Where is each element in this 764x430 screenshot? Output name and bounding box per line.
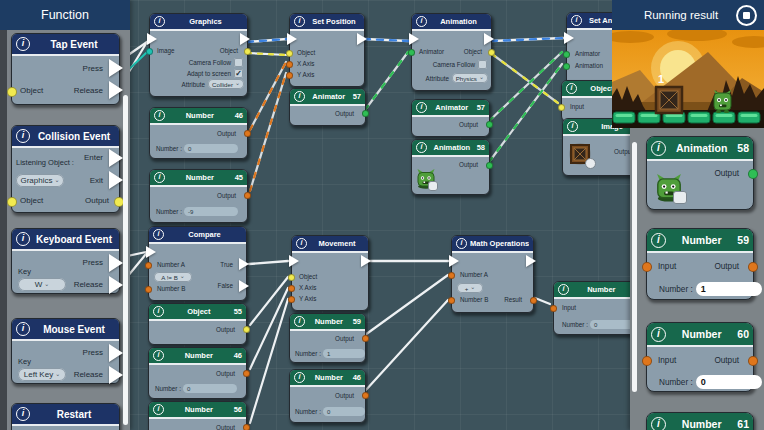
press-out-arrow[interactable] [109,344,123,362]
info-icon[interactable] [153,306,164,317]
adapt-to-screen-checkbox[interactable] [234,69,243,78]
info-icon[interactable] [294,16,305,27]
info-icon[interactable] [294,91,305,102]
info-icon[interactable] [571,15,582,26]
release-out-arrow[interactable] [109,276,123,294]
number-input[interactable]: 0 [183,384,237,393]
output-port[interactable] [748,262,758,272]
flow-out-arrow[interactable] [484,33,494,45]
node-number-46[interactable]: Number46 Output Number :0 [149,107,248,159]
info-icon[interactable] [16,322,30,336]
listening-object-dropdown[interactable]: Graphics [16,174,64,187]
sidebar-scrollbar[interactable] [123,95,128,425]
y-axis-port[interactable] [288,296,295,303]
number-a-port[interactable] [145,262,152,269]
node-animation-58[interactable]: Animation58 Output [411,139,490,195]
key-dropdown[interactable]: Left Key [18,368,66,381]
flow-in-arrow[interactable] [449,255,459,267]
node-compare[interactable]: Compare Number A True A != B Number B Fa… [148,226,247,301]
flow-in-arrow[interactable] [147,33,157,45]
animation-port[interactable] [563,63,570,70]
info-icon[interactable] [16,232,30,246]
result-node-number-59[interactable]: Number59 Input Output Number :1 [646,228,754,300]
number-input[interactable]: 1 [696,282,762,296]
info-icon[interactable] [456,238,467,249]
operator-dropdown[interactable]: A != B [154,272,192,282]
flow-in-arrow[interactable] [564,32,574,44]
output-port[interactable] [748,356,758,366]
number-input[interactable]: 0 [184,144,238,153]
info-icon[interactable] [154,172,165,183]
node-graphics[interactable]: Graphics Image Object Camera Follow Adap… [149,13,248,97]
info-icon[interactable] [416,16,427,27]
input-port[interactable] [642,262,652,272]
false-out-arrow[interactable] [239,280,249,292]
flow-out-arrow[interactable] [526,255,536,267]
info-icon[interactable] [651,141,666,156]
node-number-59[interactable]: Number59 Output Number :1 [289,313,366,363]
exit-out-arrow[interactable] [109,171,123,189]
info-icon[interactable] [294,316,305,327]
number-a-port[interactable] [448,272,455,279]
object-port[interactable] [7,87,17,97]
output-port[interactable] [243,370,250,377]
output-port[interactable] [244,130,251,137]
x-axis-port[interactable] [288,285,295,292]
info-icon[interactable] [567,121,578,132]
input-port[interactable] [558,104,565,111]
object-port[interactable] [244,48,251,55]
info-icon[interactable] [153,229,164,240]
output-port[interactable] [486,162,493,169]
node-number-45[interactable]: Number45 Output Number :-9 [149,169,248,223]
info-icon[interactable] [651,233,666,248]
info-icon[interactable] [416,102,427,113]
input-port[interactable] [642,356,652,366]
palette-keyboard-event[interactable]: Keyboard Event Press Key W Release [11,228,120,294]
info-icon[interactable] [651,417,666,430]
result-node-number-61[interactable]: Number61 [646,412,754,430]
input-port[interactable] [550,305,557,312]
palette-mouse-event[interactable]: Mouse Event Press Key Left Key Release [11,318,120,384]
result-node-number-60[interactable]: Number60 Input Output Number :0 [646,322,754,392]
node-animator-57[interactable]: Animator57 Output [289,88,366,126]
node-number-56[interactable]: Number56 Output [148,401,247,430]
object-port[interactable] [286,50,293,57]
node-animator-57b[interactable]: Animator57 Output [411,99,490,137]
info-icon[interactable] [16,129,30,143]
stop-button[interactable] [736,5,757,26]
release-out-arrow[interactable] [109,81,123,99]
info-icon[interactable] [416,142,427,153]
animator-port[interactable] [563,51,570,58]
output-port[interactable] [486,121,493,128]
result-port[interactable] [530,297,537,304]
info-icon[interactable] [566,83,577,94]
info-icon[interactable] [154,110,165,121]
info-icon[interactable] [153,404,164,415]
true-out-arrow[interactable] [239,258,249,270]
info-icon[interactable] [154,16,165,27]
image-port[interactable] [146,48,153,55]
palette-collision-event[interactable]: Collision Event Enter Listening Object :… [11,125,120,213]
number-b-port[interactable] [448,297,455,304]
number-input[interactable]: 1 [323,349,365,358]
result-node-animation-58[interactable]: Animation58 Output [646,136,754,210]
info-icon[interactable] [294,372,305,383]
palette-restart[interactable]: Restart [11,403,120,430]
flow-in-arrow[interactable] [287,33,297,45]
number-input[interactable]: -9 [184,207,238,216]
flow-out-arrow[interactable] [361,255,371,267]
output-port[interactable] [362,110,369,117]
info-icon[interactable] [558,284,569,295]
operator-dropdown[interactable]: + [457,283,483,293]
node-number-46b[interactable]: Number46 Output Number :0 [148,347,247,399]
game-preview[interactable]: 1 [612,30,764,128]
flow-in-arrow[interactable] [409,33,419,45]
output-port[interactable] [748,169,758,179]
node-object-55[interactable]: Object55 Output [148,303,247,345]
number-b-port[interactable] [145,286,152,293]
node-movement[interactable]: Movement Object X Axis Y Axis [291,235,369,311]
output-port[interactable] [243,424,250,430]
output-port[interactable] [243,326,250,333]
x-axis-port[interactable] [286,61,293,68]
animator-port[interactable] [408,49,415,56]
